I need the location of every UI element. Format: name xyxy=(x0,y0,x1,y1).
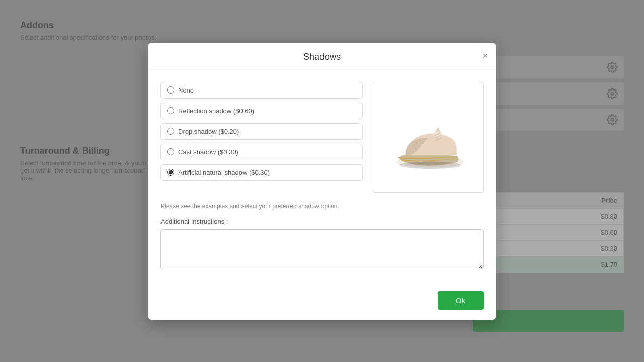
svg-point-8 xyxy=(416,142,418,144)
svg-point-7 xyxy=(413,144,415,146)
ok-button[interactable]: Ok xyxy=(438,291,484,310)
svg-point-9 xyxy=(419,139,421,141)
svg-point-10 xyxy=(415,147,417,149)
option-none-label[interactable]: None xyxy=(178,86,194,94)
shoe-preview xyxy=(383,92,473,183)
svg-point-12 xyxy=(422,142,424,144)
radio-reflection[interactable] xyxy=(167,107,174,114)
option-none[interactable]: None xyxy=(160,82,363,99)
radio-cast[interactable] xyxy=(167,148,174,155)
preview-box xyxy=(373,82,484,193)
modal-overlay: Shadows × None Reflection shadow ($0.60) xyxy=(0,0,644,362)
option-artificial[interactable]: Artificial natural shadow ($0.30) xyxy=(160,164,363,181)
options-list: None Reflection shadow ($0.60) Drop shad… xyxy=(160,82,363,193)
option-artificial-label[interactable]: Artificial natural shadow ($0.30) xyxy=(178,169,270,176)
option-drop-label[interactable]: Drop shadow ($0.20) xyxy=(178,128,239,135)
content-row: None Reflection shadow ($0.60) Drop shad… xyxy=(160,82,484,193)
option-cast-label[interactable]: Cast shadow ($0.30) xyxy=(178,148,238,156)
option-reflection-label[interactable]: Reflection shadow ($0.60) xyxy=(178,107,254,115)
radio-drop[interactable] xyxy=(167,128,174,135)
modal-header: Shadows × xyxy=(148,43,496,70)
additional-instructions-label: Additional Instructions : xyxy=(160,218,484,225)
svg-point-13 xyxy=(399,161,461,168)
close-button[interactable]: × xyxy=(482,51,488,60)
svg-point-11 xyxy=(418,145,420,147)
option-reflection[interactable]: Reflection shadow ($0.60) xyxy=(160,103,363,119)
modal-title: Shadows xyxy=(303,52,341,62)
hint-text: Please see the examples and select your … xyxy=(160,203,484,210)
radio-artificial[interactable] xyxy=(167,169,174,176)
modal-body: None Reflection shadow ($0.60) Drop shad… xyxy=(148,70,496,283)
option-drop[interactable]: Drop shadow ($0.20) xyxy=(160,123,363,140)
option-cast[interactable]: Cast shadow ($0.30) xyxy=(160,144,363,160)
modal-footer: Ok xyxy=(148,283,496,320)
shadows-modal: Shadows × None Reflection shadow ($0.60) xyxy=(148,43,496,320)
additional-instructions-textarea[interactable] xyxy=(160,229,484,269)
radio-none[interactable] xyxy=(167,86,174,94)
